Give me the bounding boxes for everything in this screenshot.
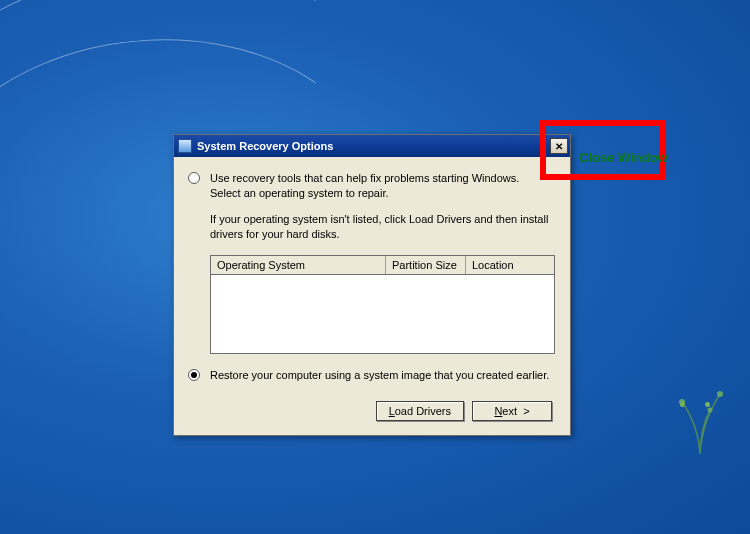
col-location[interactable]: Location [466, 256, 554, 274]
decorative-plant [670, 382, 720, 414]
os-list[interactable]: Operating System Partition Size Location [210, 255, 555, 354]
close-button[interactable]: ✕ [550, 138, 568, 154]
annotation-label: Close Window [579, 150, 668, 165]
system-recovery-dialog: System Recovery Options ✕ Use recovery t… [173, 134, 571, 436]
window-title: System Recovery Options [197, 140, 550, 152]
next-button[interactable]: Next > [472, 401, 552, 421]
radio-restore-image[interactable] [188, 369, 200, 381]
radio-recovery-tools[interactable] [188, 172, 200, 184]
svg-point-0 [679, 399, 685, 405]
grid-header: Operating System Partition Size Location [211, 256, 554, 275]
option2-text: Restore your computer using a system ima… [210, 368, 549, 383]
subtext: If your operating system isn't listed, c… [210, 212, 552, 243]
col-partition[interactable]: Partition Size [386, 256, 466, 274]
app-icon [178, 139, 192, 153]
titlebar: System Recovery Options ✕ [174, 135, 570, 157]
col-os[interactable]: Operating System [211, 256, 386, 274]
svg-point-2 [708, 408, 713, 413]
grid-body [211, 275, 554, 353]
load-drivers-button[interactable]: Load Drivers [376, 401, 464, 421]
option1-text: Use recovery tools that can help fix pro… [210, 171, 552, 202]
svg-point-1 [717, 391, 723, 397]
